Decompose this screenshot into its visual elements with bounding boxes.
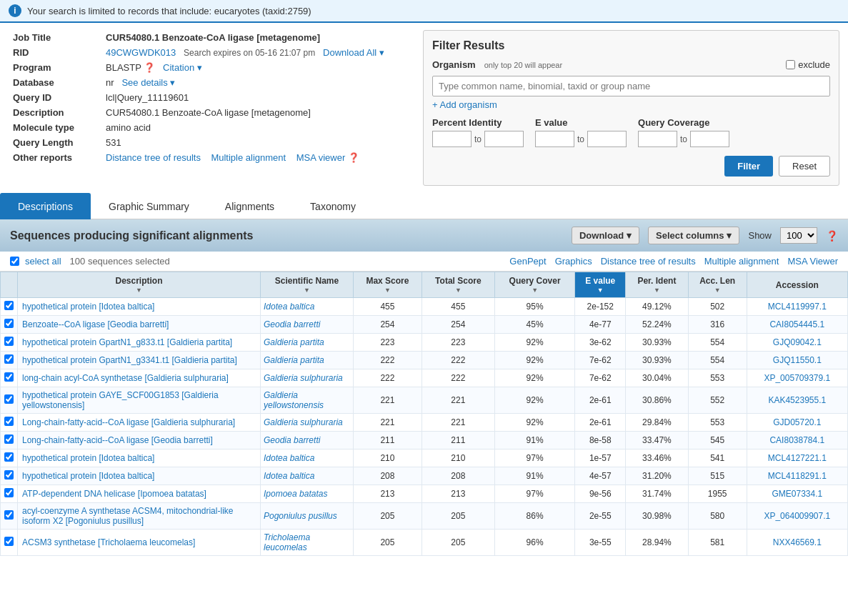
row-checkbox-cell[interactable] bbox=[1, 485, 18, 503]
exclude-checkbox[interactable] bbox=[786, 60, 795, 69]
scientific-name-link[interactable]: Geodia barretti bbox=[264, 435, 320, 445]
tab-alignments[interactable]: Alignments bbox=[207, 193, 292, 219]
row-checkbox[interactable] bbox=[4, 470, 14, 480]
description-link[interactable]: ATP-dependent DNA helicase [Ipomoea bata… bbox=[22, 489, 206, 499]
scientific-name-link[interactable]: Galdieria partita bbox=[264, 337, 324, 347]
show-select[interactable]: 100 10 20 50 200 bbox=[780, 227, 817, 244]
accession-link[interactable]: XP_064009907.1 bbox=[764, 511, 830, 521]
description-link[interactable]: long-chain acyl-CoA synthetase [Galdieri… bbox=[22, 373, 229, 383]
th-e-value[interactable]: E value ▼ bbox=[575, 272, 626, 298]
tab-graphic-summary[interactable]: Graphic Summary bbox=[91, 193, 207, 219]
row-checkbox-cell[interactable] bbox=[1, 352, 18, 369]
accession-link[interactable]: MCL4119997.1 bbox=[768, 302, 827, 312]
description-link[interactable]: acyl-coenzyme A synthetase ACSM4, mitoch… bbox=[22, 506, 233, 526]
th-query-cover[interactable]: Query Cover ▼ bbox=[494, 272, 575, 298]
row-checkbox-cell[interactable] bbox=[1, 369, 18, 387]
e-value-to[interactable] bbox=[587, 131, 627, 147]
scientific-name-link[interactable]: Idotea baltica bbox=[264, 453, 314, 463]
genpept-link[interactable]: GenPept bbox=[509, 256, 546, 267]
description-link[interactable]: Long-chain-fatty-acid--CoA ligase [Geodi… bbox=[22, 435, 213, 445]
row-checkbox-cell[interactable] bbox=[1, 334, 18, 352]
row-checkbox-cell[interactable] bbox=[1, 387, 18, 414]
row-checkbox[interactable] bbox=[4, 510, 14, 520]
description-link[interactable]: ACSM3 synthetase [Tricholaema leucomelas… bbox=[22, 537, 195, 547]
row-checkbox[interactable] bbox=[4, 354, 14, 364]
citation-link[interactable]: Citation bbox=[163, 62, 194, 73]
accession-link[interactable]: GJD05720.1 bbox=[773, 417, 821, 427]
row-checkbox[interactable] bbox=[4, 434, 14, 444]
scientific-name-link[interactable]: Geodia barretti bbox=[264, 319, 320, 329]
tab-taxonomy[interactable]: Taxonomy bbox=[292, 193, 374, 219]
distance-tree-results-link[interactable]: Distance tree of results bbox=[601, 256, 696, 267]
percent-identity-to[interactable] bbox=[484, 131, 524, 147]
accession-link[interactable]: XP_005709379.1 bbox=[764, 373, 830, 383]
description-link[interactable]: hypothetical protein GAYE_SCF00G1853 [Ga… bbox=[22, 390, 219, 410]
graphics-link[interactable]: Graphics bbox=[555, 256, 592, 267]
th-total-score[interactable]: Total Score ▼ bbox=[421, 272, 494, 298]
th-max-score[interactable]: Max Score ▼ bbox=[354, 272, 422, 298]
scientific-name-link[interactable]: Galdieria sulphuraria bbox=[264, 373, 343, 383]
row-checkbox[interactable] bbox=[4, 319, 14, 328]
row-checkbox-cell[interactable] bbox=[1, 467, 18, 485]
row-checkbox-cell[interactable] bbox=[1, 316, 18, 334]
row-checkbox-cell[interactable] bbox=[1, 503, 18, 530]
row-checkbox-cell[interactable] bbox=[1, 414, 18, 432]
add-organism-link-text[interactable]: Add organism bbox=[432, 99, 497, 110]
accession-link[interactable]: CAI8038784.1 bbox=[769, 435, 824, 445]
query-coverage-from[interactable] bbox=[638, 131, 677, 147]
query-coverage-to[interactable] bbox=[690, 131, 729, 147]
row-checkbox[interactable] bbox=[4, 394, 14, 404]
accession-link[interactable]: CAI8054445.1 bbox=[769, 319, 824, 329]
organism-input[interactable] bbox=[432, 76, 830, 96]
msa-viewer-link[interactable]: MSA viewer bbox=[296, 152, 346, 163]
row-checkbox-cell[interactable] bbox=[1, 530, 18, 556]
description-link[interactable]: hypothetical protein GpartN1_g3341.t1 [G… bbox=[22, 355, 237, 365]
msa-help-icon[interactable]: ❓ bbox=[348, 152, 359, 163]
multiple-alignment-results-link[interactable]: Multiple alignment bbox=[704, 256, 779, 267]
row-checkbox-cell[interactable] bbox=[1, 449, 18, 467]
description-link[interactable]: hypothetical protein [Idotea baltica] bbox=[22, 453, 154, 463]
description-link[interactable]: Benzoate--CoA ligase [Geodia barretti] bbox=[22, 319, 169, 329]
sequences-help-icon[interactable]: ❓ bbox=[826, 230, 838, 242]
download-button[interactable]: Download ▾ bbox=[572, 227, 639, 244]
accession-link[interactable]: MCL4127221.1 bbox=[768, 453, 827, 463]
row-checkbox[interactable] bbox=[4, 488, 14, 497]
th-per-ident[interactable]: Per. Ident ▼ bbox=[626, 272, 689, 298]
description-link[interactable]: hypothetical protein GpartN1_g833.t1 [Ga… bbox=[22, 337, 232, 347]
accession-link[interactable]: GME07334.1 bbox=[772, 489, 822, 499]
description-link[interactable]: hypothetical protein [Idotea baltica] bbox=[22, 471, 154, 481]
accession-link[interactable]: GJQ09042.1 bbox=[773, 337, 822, 347]
row-checkbox-cell[interactable] bbox=[1, 432, 18, 449]
download-all-link[interactable]: Download All ▾ bbox=[323, 47, 384, 58]
scientific-name-link[interactable]: Galdieria partita bbox=[264, 355, 324, 365]
database-details-link[interactable]: See details ▾ bbox=[121, 77, 175, 88]
distance-tree-link[interactable]: Distance tree of results bbox=[106, 152, 201, 163]
description-link[interactable]: hypothetical protein [Idotea baltica] bbox=[22, 302, 154, 312]
accession-link[interactable]: GJQ11550.1 bbox=[773, 355, 822, 365]
filter-button[interactable]: Filter bbox=[724, 156, 773, 177]
reset-button[interactable]: Reset bbox=[779, 156, 830, 177]
select-all-checkbox[interactable] bbox=[10, 257, 19, 266]
msa-viewer-results-link[interactable]: MSA Viewer bbox=[787, 256, 838, 267]
row-checkbox[interactable] bbox=[4, 337, 14, 346]
description-link[interactable]: Long-chain-fatty-acid--CoA ligase [Galdi… bbox=[22, 417, 235, 427]
scientific-name-link[interactable]: Idotea baltica bbox=[264, 302, 314, 312]
add-organism-link[interactable]: Add organism bbox=[432, 99, 830, 110]
accession-link[interactable]: NXX46569.1 bbox=[773, 537, 822, 547]
accession-link[interactable]: KAK4523955.1 bbox=[768, 395, 826, 405]
multiple-alignment-link[interactable]: Multiple alignment bbox=[211, 152, 286, 163]
row-checkbox[interactable] bbox=[4, 537, 14, 546]
th-acc-len[interactable]: Acc. Len ▼ bbox=[688, 272, 747, 298]
scientific-name-link[interactable]: Galdieria yellowstonensis bbox=[264, 390, 324, 410]
select-columns-button[interactable]: Select columns ▾ bbox=[648, 227, 739, 244]
row-checkbox[interactable] bbox=[4, 301, 14, 310]
scientific-name-link[interactable]: Galdieria sulphuraria bbox=[264, 417, 343, 427]
scientific-name-link[interactable]: Idotea baltica bbox=[264, 471, 314, 481]
row-checkbox[interactable] bbox=[4, 372, 14, 382]
program-help[interactable]: ❓ bbox=[144, 62, 155, 73]
scientific-name-link[interactable]: Ipomoea batatas bbox=[264, 489, 327, 499]
select-all-link[interactable]: select all bbox=[25, 256, 61, 267]
row-checkbox[interactable] bbox=[4, 452, 14, 462]
e-value-from[interactable] bbox=[535, 131, 574, 147]
accession-link[interactable]: MCL4118291.1 bbox=[768, 471, 827, 481]
